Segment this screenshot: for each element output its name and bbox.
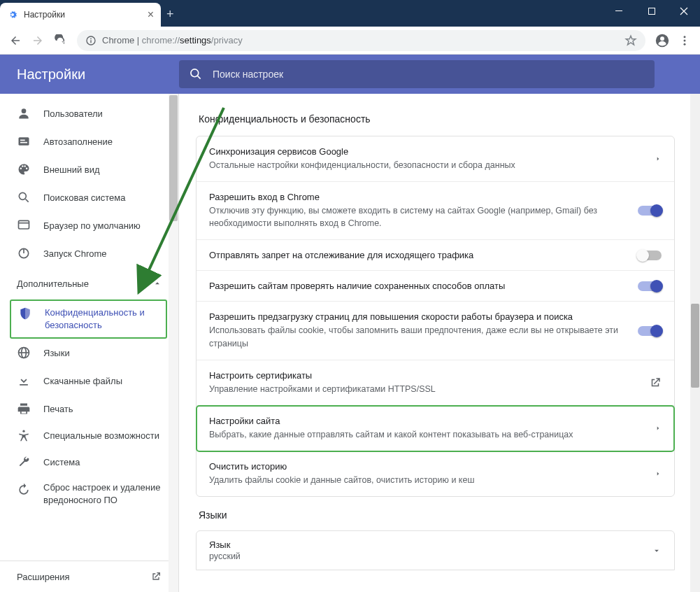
- globe-icon: [17, 346, 31, 360]
- svg-line-11: [198, 76, 201, 79]
- sidebar-item-downloads[interactable]: Скачанные файлы: [0, 367, 178, 395]
- minimize-button[interactable]: [603, 0, 636, 22]
- sidebar-item-autofill[interactable]: Автозаполнение: [0, 127, 178, 155]
- row-title: Очистить историю: [209, 461, 646, 472]
- close-icon[interactable]: ×: [148, 9, 154, 20]
- row-subtitle: Удалить файлы cookie и данные сайтов, оч…: [209, 474, 646, 486]
- wrench-icon: [17, 455, 31, 469]
- sidebar-item-default-browser[interactable]: Браузер по умолчанию: [0, 211, 178, 239]
- sidebar-advanced-toggle[interactable]: Дополнительные: [0, 267, 178, 299]
- sidebar-item-extensions[interactable]: Расширения: [0, 561, 178, 592]
- toggle-switch[interactable]: [638, 281, 662, 291]
- svg-point-9: [684, 43, 686, 45]
- row-title: Настройки сайта: [209, 416, 646, 426]
- close-window-button[interactable]: [668, 0, 700, 22]
- svg-point-10: [191, 69, 199, 77]
- main-scrollbar[interactable]: [690, 94, 700, 592]
- row-title: Разрешить предзагрузку страниц для повыш…: [209, 311, 629, 322]
- sidebar-item-label: Поисковая система: [43, 192, 164, 203]
- toggle-switch[interactable]: [638, 206, 662, 216]
- settings-sidebar: Пользователи Автозаполнение Внешний вид …: [0, 94, 179, 592]
- sidebar-item-label: Система: [43, 457, 164, 467]
- chevron-right-icon: [655, 423, 662, 433]
- back-button[interactable]: [6, 31, 25, 50]
- sidebar-item-languages[interactable]: Языки: [0, 339, 178, 367]
- maximize-button[interactable]: [636, 0, 668, 22]
- search-icon: [17, 190, 31, 204]
- settings-header: Настройки: [0, 55, 700, 94]
- sidebar-item-label: Расширения: [17, 572, 70, 582]
- row-language[interactable]: Языкрусский: [196, 530, 675, 570]
- tab-title: Настройки: [24, 10, 65, 20]
- sidebar-item-print[interactable]: Печать: [0, 395, 178, 423]
- menu-button[interactable]: [675, 31, 694, 50]
- row-title: Настроить сертификаты: [209, 370, 641, 381]
- svg-rect-18: [19, 220, 29, 229]
- address-bar[interactable]: Chrome | chrome://settings/privacy: [77, 30, 645, 51]
- row-subtitle: Отключив эту функцию, вы сможете входить…: [209, 204, 629, 230]
- row-allow-signin[interactable]: Разрешить вход в ChromeОтключив эту функ…: [197, 182, 674, 240]
- download-icon: [17, 374, 31, 388]
- toggle-switch[interactable]: [638, 251, 662, 260]
- row-title: Отправлять запрет на отслеживание для ис…: [209, 250, 629, 260]
- sidebar-scrollbar[interactable]: [169, 94, 178, 592]
- chevron-down-icon: [652, 546, 662, 556]
- row-title: Разрешить вход в Chrome: [209, 192, 629, 202]
- bookmark-icon[interactable]: [624, 34, 637, 47]
- scrollbar-thumb[interactable]: [691, 304, 699, 388]
- external-link-icon: [649, 376, 662, 389]
- toggle-switch[interactable]: [638, 326, 662, 336]
- site-info-icon[interactable]: [85, 35, 97, 46]
- sidebar-item-privacy[interactable]: Конфиденциальность и безопасность: [11, 304, 166, 334]
- sidebar-item-label: Автозаполнение: [43, 136, 164, 147]
- sidebar-item-reset[interactable]: Сброс настроек и удаление вредоносного П…: [0, 476, 178, 512]
- sidebar-item-system[interactable]: Система: [0, 448, 178, 476]
- row-clear-data[interactable]: Очистить историюУдалить файлы cookie и д…: [197, 451, 674, 496]
- sidebar-item-label: Языки: [43, 348, 164, 358]
- print-icon: [17, 402, 31, 416]
- svg-point-12: [22, 108, 27, 113]
- row-payment-check[interactable]: Разрешить сайтам проверять наличие сохра…: [197, 271, 674, 302]
- sidebar-item-label: Браузер по умолчанию: [43, 220, 164, 231]
- autofill-icon: [17, 134, 31, 148]
- restore-icon: [17, 483, 31, 497]
- svg-point-6: [660, 36, 664, 41]
- row-sync-services[interactable]: Синхронизация сервисов GoogleОстальные н…: [197, 136, 674, 182]
- palette-icon: [17, 162, 31, 176]
- row-subtitle: русский: [209, 551, 652, 561]
- settings-search[interactable]: [179, 60, 655, 88]
- sidebar-item-search[interactable]: Поисковая система: [0, 183, 178, 211]
- svg-line-17: [26, 199, 29, 202]
- reload-button[interactable]: [50, 31, 70, 50]
- row-preload-pages[interactable]: Разрешить предзагрузку страниц для повыш…: [197, 302, 674, 360]
- search-icon: [189, 67, 203, 81]
- row-certificates[interactable]: Настроить сертификатыУправление настройк…: [197, 360, 674, 406]
- privacy-card: Синхронизация сервисов GoogleОстальные н…: [196, 136, 675, 497]
- sidebar-item-label: Пользователи: [43, 108, 164, 119]
- sidebar-item-label: Печать: [43, 404, 164, 414]
- row-subtitle: Использовать файлы cookie, чтобы запомни…: [209, 324, 629, 349]
- svg-rect-0: [615, 10, 622, 11]
- accessibility-icon: [17, 428, 31, 442]
- forward-button[interactable]: [28, 31, 48, 50]
- row-site-settings[interactable]: Настройки сайтаВыбрать, какие данные отп…: [197, 406, 674, 451]
- row-title: Разрешить сайтам проверять наличие сохра…: [209, 281, 629, 291]
- row-subtitle: Управление настройками и сертификатами H…: [209, 383, 641, 395]
- row-do-not-track[interactable]: Отправлять запрет на отслеживание для ис…: [197, 240, 674, 271]
- new-tab-button[interactable]: +: [166, 7, 174, 22]
- scrollbar-thumb[interactable]: [169, 95, 178, 221]
- sidebar-item-appearance[interactable]: Внешний вид: [0, 155, 178, 183]
- row-title: Язык: [209, 540, 652, 550]
- search-input[interactable]: [213, 69, 645, 80]
- row-subtitle: Выбрать, какие данные отправлять сайтам …: [209, 428, 646, 441]
- sidebar-item-startup[interactable]: Запуск Chrome: [0, 239, 178, 267]
- window-titlebar: Настройки × +: [0, 0, 700, 27]
- shield-icon: [18, 306, 32, 320]
- browser-tab[interactable]: Настройки ×: [0, 3, 161, 27]
- sidebar-item-label: Запуск Chrome: [43, 248, 164, 259]
- sidebar-item-accessibility[interactable]: Специальные возможности: [0, 423, 178, 448]
- row-subtitle: Остальные настройки конфиденциальности, …: [209, 159, 646, 171]
- sidebar-item-users[interactable]: Пользователи: [0, 99, 178, 127]
- svg-rect-4: [90, 40, 91, 43]
- profile-button[interactable]: [652, 31, 672, 50]
